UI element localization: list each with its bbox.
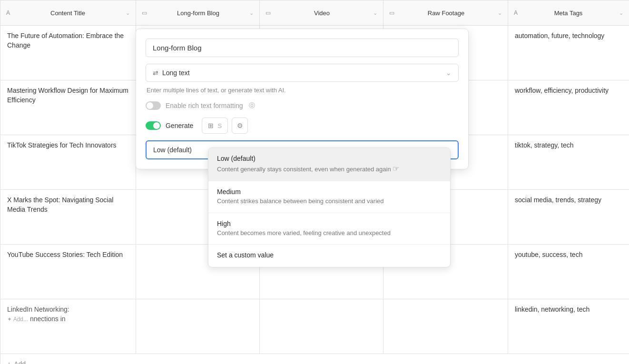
blog-col-label: Long-form Blog [150, 10, 246, 17]
field-name-input[interactable] [146, 39, 459, 57]
rich-text-toggle-row: Enable rich text formatting ⓪ [146, 101, 459, 110]
prompt-icon: ⊞ [208, 122, 214, 129]
table-container: A Content Title ⌄ ▭ Long-form Blog ⌄ ▭ [0, 0, 629, 364]
type-chevron-icon: ⌄ [446, 69, 452, 77]
col-header-blog[interactable]: ▭ Long-form Blog ⌄ [136, 0, 260, 26]
dropdown-item-custom-label: Set a custom value [217, 251, 442, 259]
raw-col-label: Raw Footage [397, 10, 495, 17]
blog-col-icon: ▭ [142, 10, 147, 16]
dropdown-item-high[interactable]: High Content becomes more varied, feelin… [208, 213, 450, 244]
col-header-meta[interactable]: A Meta Tags ⌄ [508, 0, 629, 26]
row6-raw [383, 299, 508, 354]
temperature-dropdown: Low (default) Content generally stays co… [208, 148, 451, 267]
rich-text-toggle[interactable] [146, 101, 161, 110]
meta-col-icon: A [514, 10, 518, 16]
prompt-box[interactable]: ⊞ S [202, 118, 228, 134]
col-header-video[interactable]: ▭ Video ⌄ [260, 0, 383, 26]
dropdown-item-high-label: High [217, 220, 442, 227]
dropdown-item-low-desc: Content generally stays consistent, even… [217, 164, 442, 174]
meta-col-chevron: ⌄ [619, 10, 623, 16]
row3-title: TikTok Strategies for Tech Innovators [0, 135, 136, 190]
field-type-select[interactable]: ⇄ Long text ⌄ [146, 64, 459, 82]
help-icon: ⓪ [249, 101, 255, 110]
row6-meta: linkedin, networking, tech [508, 299, 629, 354]
add-row-cell[interactable]: + Add... [0, 354, 629, 364]
table-row: LinkedIn Networking: ✦ Add... nnections … [0, 299, 629, 354]
row4-meta: social media, trends, strategy [508, 190, 629, 245]
dropdown-item-medium[interactable]: Medium Content strikes balance between b… [208, 181, 450, 212]
generate-toggle[interactable] [146, 121, 161, 130]
add-row: + Add... [0, 354, 629, 364]
long-text-icon: ⇄ [153, 69, 158, 77]
rich-text-label: Enable rich text formatting [166, 102, 243, 109]
prompt-label: S [217, 122, 222, 129]
settings-button[interactable]: ⚙ [232, 118, 248, 134]
row2-title: Mastering Workflow Design for Maximum Ef… [0, 80, 136, 135]
raw-col-chevron: ⌄ [498, 10, 502, 16]
settings-icon: ⚙ [237, 122, 243, 129]
generate-label: Generate [166, 122, 193, 129]
cursor-hand: ☞ [393, 164, 399, 174]
generate-toggle-thumb [153, 122, 160, 129]
row1-meta: automation, future, technology [508, 26, 629, 80]
video-col-label: Video [274, 10, 370, 17]
col-header-title[interactable]: A Content Title ⌄ [0, 0, 136, 26]
dropdown-item-custom[interactable]: Set a custom value [208, 245, 450, 267]
meta-col-label: Meta Tags [521, 10, 616, 17]
dropdown-item-low[interactable]: Low (default) Content generally stays co… [208, 148, 450, 181]
dropdown-item-high-desc: Content becomes more varied, feeling cre… [217, 229, 442, 237]
row5-title: YouTube Success Stories: Tech Edition [0, 245, 136, 299]
row6-video [260, 299, 383, 354]
raw-col-icon: ▭ [389, 10, 394, 16]
plus-icon: + [7, 360, 11, 364]
row4-title: X Marks the Spot: Navigating Social Medi… [0, 190, 136, 245]
row6-title: LinkedIn Networking: ✦ Add... nnections … [0, 299, 136, 354]
title-col-chevron: ⌄ [126, 10, 130, 16]
generate-row: Generate ⊞ S ⚙ [146, 118, 459, 134]
blog-col-chevron: ⌄ [249, 10, 254, 16]
row1-title: The Future of Automation: Embrace the Ch… [0, 26, 136, 80]
add-row-label: Add... [14, 360, 31, 364]
row2-meta: workflow, efficiency, productivity [508, 80, 629, 135]
row5-meta: youtube, success, tech [508, 245, 629, 299]
col-header-raw[interactable]: ▭ Raw Footage ⌄ [383, 0, 508, 26]
dropdown-item-medium-desc: Content strikes balance between being co… [217, 197, 442, 206]
popup-hint: Enter multiple lines of text, or generat… [146, 87, 459, 94]
title-col-icon: A [6, 10, 10, 16]
dropdown-item-medium-label: Medium [217, 188, 442, 196]
type-label: Long text [162, 69, 442, 77]
generate-controls: ⊞ S ⚙ [202, 118, 248, 134]
temperature-value: Low (default) [153, 146, 192, 154]
title-col-label: Content Title [13, 10, 123, 17]
toggle-thumb [147, 102, 153, 109]
video-col-chevron: ⌄ [373, 10, 377, 16]
row3-meta: tiktok, strategy, tech [508, 135, 629, 190]
row6-blog [136, 299, 260, 354]
video-col-icon: ▭ [265, 10, 271, 16]
dropdown-item-low-label: Low (default) [217, 155, 442, 162]
